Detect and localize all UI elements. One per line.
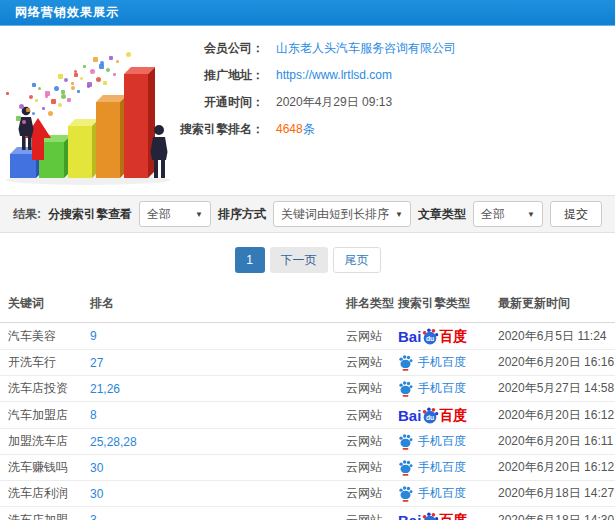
mobile-baidu-badge: 手机百度	[398, 354, 466, 371]
time-cell: 2020年5月27日 14:58	[498, 376, 615, 402]
chevron-down-icon: ▼	[527, 210, 535, 219]
keyword-cell: 开洗车行	[0, 350, 90, 376]
result-section-label: 结果:	[13, 206, 41, 223]
field-promo-url: 推广地址： https://www.lrtlsd.com	[162, 67, 615, 84]
table-row: 洗车店投资 21,26 云网站 手机百度 2020年5月27日 14:58	[0, 376, 615, 402]
rank-cell: 30	[90, 481, 346, 507]
engine-filter-label: 分搜索引擎查看	[48, 206, 132, 223]
header-keyword: 关键词	[0, 286, 90, 323]
time-cell: 2020年6月18日 14:30	[498, 507, 615, 520]
rank-link[interactable]: 21,26	[90, 382, 120, 396]
rank-link[interactable]: 3	[90, 513, 97, 520]
time-cell: 2020年6月20日 16:16	[498, 350, 615, 376]
rank-type-cell: 云网站	[346, 481, 398, 507]
pagination: 1 下一页 尾页	[0, 233, 615, 286]
svg-text:du: du	[426, 414, 434, 421]
promo-url-link[interactable]: https://www.lrtlsd.com	[276, 67, 392, 84]
rank-type-cell: 云网站	[346, 376, 398, 402]
mobile-baidu-paw-icon	[398, 485, 413, 502]
ranking-count-value: 4648条	[276, 121, 315, 138]
table-row: 加盟洗车店 25,28,28 云网站 手机百度 2020年6月20日 16:11	[0, 429, 615, 455]
keyword-cell: 汽车美容	[0, 323, 90, 350]
time-cell: 2020年6月5日 11:24	[498, 323, 615, 350]
growth-chart-illustration	[2, 32, 172, 187]
page-title: 网络营销效果展示	[15, 4, 119, 21]
rank-cell: 8	[90, 402, 346, 429]
engine-filter-select[interactable]: 全部 ▼	[139, 201, 211, 227]
mobile-baidu-paw-icon	[398, 380, 413, 397]
rank-cell: 21,26	[90, 376, 346, 402]
rank-type-cell: 云网站	[346, 455, 398, 481]
results-table-head: 关键词 排名 排名类型 搜索引擎类型 最新更新时间	[0, 286, 615, 323]
field-open-time: 开通时间： 2020年4月29日 09:13	[162, 94, 615, 111]
member-info-form: 会员公司： 山东老人头汽车服务咨询有限公司 推广地址： https://www.…	[162, 26, 615, 138]
keyword-cell: 洗车店投资	[0, 376, 90, 402]
mobile-baidu-paw-icon	[398, 433, 413, 450]
header-update-time: 最新更新时间	[498, 286, 615, 323]
mobile-baidu-badge: 手机百度	[398, 459, 466, 476]
rank-type-cell: 云网站	[346, 429, 398, 455]
rank-cell: 25,28,28	[90, 429, 346, 455]
engine-cell: Baidu百度	[398, 323, 498, 350]
baidu-paw-icon: du	[421, 406, 439, 424]
article-type-filter-value: 全部	[481, 206, 505, 223]
mobile-baidu-label: 手机百度	[418, 380, 466, 397]
rank-link[interactable]: 25,28,28	[90, 435, 137, 449]
chevron-down-icon: ▼	[395, 210, 403, 219]
time-cell: 2020年6月20日 16:12	[498, 402, 615, 429]
ranking-count-suffix: 条	[303, 122, 315, 136]
rank-cell: 27	[90, 350, 346, 376]
baidu-paw-icon: du	[421, 327, 439, 345]
table-row: 洗车赚钱吗 30 云网站 手机百度 2020年6月20日 16:12	[0, 455, 615, 481]
open-time-label: 开通时间：	[162, 94, 264, 111]
results-table-body: 汽车美容 9 云网站 Baidu百度 2020年6月5日 11:24 开洗车行 …	[0, 323, 615, 520]
ranking-count-number: 4648	[276, 122, 303, 136]
rank-cell: 3	[90, 507, 346, 520]
rank-type-cell: 云网站	[346, 350, 398, 376]
mobile-baidu-paw-icon	[398, 459, 413, 476]
open-time-value: 2020年4月29日 09:13	[276, 94, 392, 111]
rank-cell: 9	[90, 323, 346, 350]
rank-link[interactable]: 8	[90, 408, 97, 422]
table-row: 洗车店利润 30 云网站 手机百度 2020年6月18日 14:27	[0, 481, 615, 507]
rank-cell: 30	[90, 455, 346, 481]
engine-cell: 手机百度	[398, 455, 498, 481]
table-row: 洗车店加盟 3 云网站 Baidu百度 2020年6月18日 14:30	[0, 507, 615, 520]
engine-cell: 手机百度	[398, 350, 498, 376]
keyword-cell: 洗车店加盟	[0, 507, 90, 520]
time-cell: 2020年6月20日 16:11	[498, 429, 615, 455]
engine-cell: 手机百度	[398, 376, 498, 402]
next-page-button[interactable]: 下一页	[270, 247, 328, 273]
header-engine-type: 搜索引擎类型	[398, 286, 498, 323]
table-row: 汽车加盟店 8 云网站 Baidu百度 2020年6月20日 16:12	[0, 402, 615, 429]
last-page-button[interactable]: 尾页	[333, 247, 381, 273]
sort-filter-select[interactable]: 关键词由短到长排序 ▼	[273, 201, 411, 227]
rank-link[interactable]: 27	[90, 356, 103, 370]
table-row: 开洗车行 27 云网站 手机百度 2020年6月20日 16:16	[0, 350, 615, 376]
page-1-button[interactable]: 1	[235, 247, 265, 273]
rank-link[interactable]: 30	[90, 461, 103, 475]
rank-type-cell: 云网站	[346, 323, 398, 350]
time-cell: 2020年6月18日 14:27	[498, 481, 615, 507]
table-row: 汽车美容 9 云网站 Baidu百度 2020年6月5日 11:24	[0, 323, 615, 350]
promo-url-label: 推广地址：	[162, 67, 264, 84]
engine-filter-value: 全部	[147, 206, 171, 223]
rank-type-cell: 云网站	[346, 402, 398, 429]
baidu-logo: Baidu百度	[398, 406, 467, 424]
member-info-panel: 会员公司： 山东老人头汽车服务咨询有限公司 推广地址： https://www.…	[0, 26, 615, 195]
engine-cell: 手机百度	[398, 429, 498, 455]
filter-bar: 结果: 分搜索引擎查看 全部 ▼ 排序方式 关键词由短到长排序 ▼ 文章类型 全…	[0, 195, 615, 233]
article-type-filter-select[interactable]: 全部 ▼	[473, 201, 543, 227]
mobile-baidu-paw-icon	[398, 354, 413, 371]
rank-link[interactable]: 30	[90, 487, 103, 501]
company-label: 会员公司：	[162, 40, 264, 57]
results-table: 关键词 排名 排名类型 搜索引擎类型 最新更新时间 汽车美容 9 云网站 Bai…	[0, 286, 615, 520]
field-company: 会员公司： 山东老人头汽车服务咨询有限公司	[162, 40, 615, 57]
rank-type-cell: 云网站	[346, 507, 398, 520]
rank-link[interactable]: 9	[90, 329, 97, 343]
mobile-baidu-label: 手机百度	[418, 433, 466, 450]
filter-controls: 分搜索引擎查看 全部 ▼ 排序方式 关键词由短到长排序 ▼ 文章类型 全部 ▼ …	[48, 201, 602, 227]
svg-text:du: du	[426, 335, 434, 342]
submit-button[interactable]: 提交	[550, 201, 602, 227]
company-link[interactable]: 山东老人头汽车服务咨询有限公司	[276, 40, 456, 57]
